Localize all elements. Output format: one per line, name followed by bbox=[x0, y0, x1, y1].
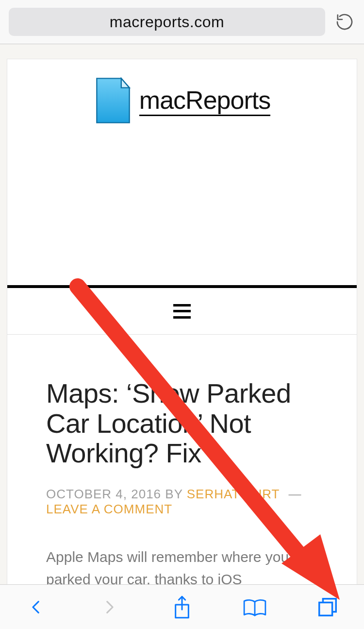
file-icon bbox=[94, 77, 132, 124]
safari-top-bar: macreports.com bbox=[0, 0, 364, 44]
site-logo[interactable]: macReports bbox=[7, 59, 357, 142]
menu-bar bbox=[7, 288, 357, 335]
meta-separator: — bbox=[284, 487, 301, 501]
chevron-right-icon bbox=[101, 596, 117, 618]
article-date: OCTOBER 4, 2016 bbox=[46, 487, 161, 501]
back-button[interactable] bbox=[22, 593, 51, 622]
share-button[interactable] bbox=[167, 593, 197, 622]
hamburger-menu-button[interactable] bbox=[173, 304, 191, 319]
safari-bottom-toolbar bbox=[0, 584, 364, 629]
url-text: macreports.com bbox=[110, 13, 224, 31]
site-name: macReports bbox=[139, 85, 270, 116]
by-label: BY bbox=[165, 487, 182, 501]
article-meta: OCTOBER 4, 2016 BY SERHAT KURT — LEAVE A… bbox=[46, 487, 318, 517]
reload-icon bbox=[335, 12, 354, 32]
author-link[interactable]: SERHAT KURT bbox=[187, 487, 280, 501]
comment-link[interactable]: LEAVE A COMMENT bbox=[46, 502, 172, 516]
article-title: Maps: ‘Show Parked Car Location’ Not Wor… bbox=[46, 378, 318, 468]
page-viewport[interactable]: macReports Maps: ‘Show Parked Car Locati… bbox=[0, 44, 364, 592]
bookmarks-button[interactable] bbox=[240, 593, 269, 622]
tabs-icon bbox=[316, 596, 339, 618]
reload-button[interactable] bbox=[334, 11, 355, 33]
svg-rect-4 bbox=[319, 602, 332, 615]
forward-button bbox=[95, 593, 124, 622]
hamburger-icon bbox=[173, 304, 191, 306]
share-icon bbox=[172, 595, 192, 619]
tabs-button[interactable] bbox=[313, 593, 342, 622]
article: Maps: ‘Show Parked Car Location’ Not Wor… bbox=[7, 335, 357, 591]
book-icon bbox=[243, 596, 267, 618]
address-bar[interactable]: macreports.com bbox=[9, 8, 325, 36]
ad-spacer bbox=[7, 142, 357, 285]
chevron-left-icon bbox=[28, 596, 45, 618]
content-card: macReports Maps: ‘Show Parked Car Locati… bbox=[7, 59, 357, 592]
